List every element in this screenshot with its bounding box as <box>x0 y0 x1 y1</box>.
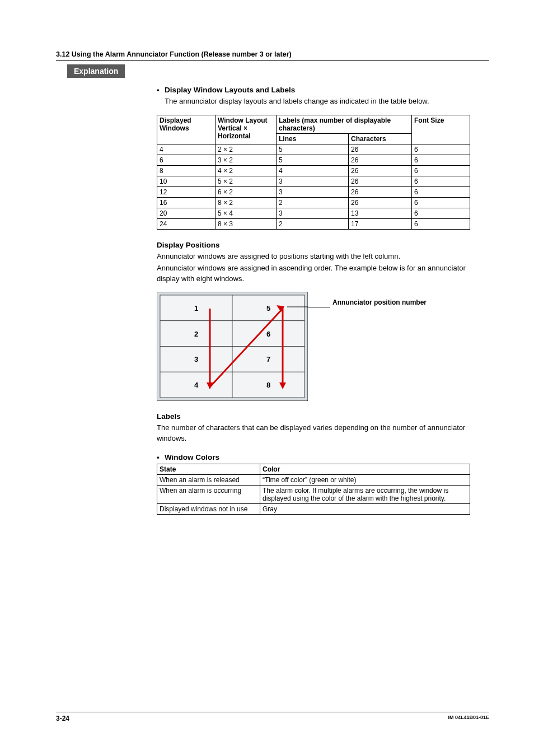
cell: 17 <box>349 218 412 229</box>
cell: When an alarm is occurring <box>157 486 260 504</box>
svg-text:4: 4 <box>194 381 199 390</box>
table-row: When an alarm is occurringThe alarm colo… <box>157 486 470 504</box>
cell: 6 <box>412 165 470 176</box>
svg-text:3: 3 <box>194 356 198 364</box>
sec2-p1: Annunciator windows are assigned to posi… <box>157 251 489 262</box>
cell: 8 × 3 <box>216 218 277 229</box>
cell: 6 <box>157 155 216 165</box>
cell: 3 <box>277 208 349 218</box>
th-color: Color <box>260 464 470 475</box>
cell: 4 <box>277 165 349 176</box>
cell: 3 <box>277 176 349 186</box>
cell: 6 <box>412 208 470 218</box>
table-row: 205 × 43136 <box>157 208 470 218</box>
table-row: 126 × 23266 <box>157 186 470 197</box>
cell: 6 <box>412 218 470 229</box>
position-diagram: 12345678 <box>157 292 308 401</box>
cell: 24 <box>157 218 216 229</box>
cell: 6 <box>412 155 470 165</box>
th-lines: Lines <box>277 133 349 144</box>
cell: When an alarm is released <box>157 475 260 486</box>
cell: 5 × 4 <box>216 208 277 218</box>
callout-label: Annunciator position number <box>332 298 427 307</box>
table-row: Displayed windows not in useGray <box>157 504 470 515</box>
table-row: When an alarm is released“Time off color… <box>157 475 470 486</box>
cell: 2 × 2 <box>216 144 277 155</box>
svg-text:7: 7 <box>266 356 270 364</box>
th-chars: Characters <box>349 133 412 144</box>
cell: 4 × 2 <box>216 165 277 176</box>
cell: 26 <box>349 165 412 176</box>
th-disp: Displayed Windows <box>157 115 216 144</box>
explanation-badge: Explanation <box>67 64 125 78</box>
cell: 2 <box>277 218 349 229</box>
th-state: State <box>157 464 260 475</box>
table-row: 105 × 23266 <box>157 176 470 186</box>
sec1-intro: The annunciator display layouts and labe… <box>165 96 489 107</box>
header-rule <box>56 60 489 61</box>
colors-table: State Color When an alarm is released“Ti… <box>157 464 470 515</box>
sec2-p2: Annunciator windows are assigned in asce… <box>157 263 489 284</box>
cell: 12 <box>157 186 216 197</box>
page-number: 3-24 <box>56 715 69 722</box>
cell: 2 <box>277 197 349 208</box>
cell: 26 <box>349 144 412 155</box>
cell: 8 <box>157 165 216 176</box>
svg-text:5: 5 <box>266 304 270 312</box>
cell: 6 <box>412 197 470 208</box>
cell: 26 <box>349 186 412 197</box>
cell: Gray <box>260 504 470 515</box>
cell: 26 <box>349 197 412 208</box>
th-font: Font Size <box>412 115 470 144</box>
cell: 6 <box>412 176 470 186</box>
sec1-title-text: Display Window Layouts and Labels <box>165 86 295 94</box>
page-footer: 3-24 IM 04L41B01-01E <box>56 712 489 722</box>
th-labels: Labels (max number of displayable charac… <box>277 115 412 133</box>
cell: 20 <box>157 208 216 218</box>
cell: 6 <box>412 186 470 197</box>
table-row: 84 × 24266 <box>157 165 470 176</box>
sec3-p: The number of characters that can be dis… <box>157 423 489 444</box>
cell: “Time off color” (green or white) <box>260 475 470 486</box>
cell: 4 <box>157 144 216 155</box>
cell: 6 <box>412 144 470 155</box>
cell: 26 <box>349 155 412 165</box>
table-row: 248 × 32176 <box>157 218 470 229</box>
cell: 5 <box>277 155 349 165</box>
running-header: 3.12 Using the Alarm Annunciator Functio… <box>56 50 489 58</box>
layout-table: Displayed Windows Window Layout Vertical… <box>157 115 470 230</box>
cell: 6 × 2 <box>216 186 277 197</box>
doc-number: IM 04L41B01-01E <box>448 715 489 722</box>
cell: 10 <box>157 176 216 186</box>
th-layout: Window Layout Vertical × Horizontal <box>216 115 277 144</box>
svg-text:1: 1 <box>194 304 198 312</box>
svg-text:8: 8 <box>266 381 270 390</box>
cell: 5 × 2 <box>216 176 277 186</box>
sec4-title: •Window Colors <box>157 453 489 461</box>
cell: 3 × 2 <box>216 155 277 165</box>
cell: 16 <box>157 197 216 208</box>
cell: 5 <box>277 144 349 155</box>
cell: 26 <box>349 176 412 186</box>
sec4-title-text: Window Colors <box>165 453 219 461</box>
table-row: 168 × 22266 <box>157 197 470 208</box>
svg-text:2: 2 <box>194 330 198 338</box>
cell: Displayed windows not in use <box>157 504 260 515</box>
sec3-title: Labels <box>157 412 489 421</box>
cell: The alarm color. If multiple alarms are … <box>260 486 470 504</box>
cell: 8 × 2 <box>216 197 277 208</box>
table-row: 42 × 25266 <box>157 144 470 155</box>
cell: 13 <box>349 208 412 218</box>
sec1-title: •Display Window Layouts and Labels <box>157 86 489 94</box>
cell: 3 <box>277 186 349 197</box>
sec2-title: Display Positions <box>157 241 489 249</box>
svg-text:6: 6 <box>266 330 270 338</box>
table-row: 63 × 25266 <box>157 155 470 165</box>
